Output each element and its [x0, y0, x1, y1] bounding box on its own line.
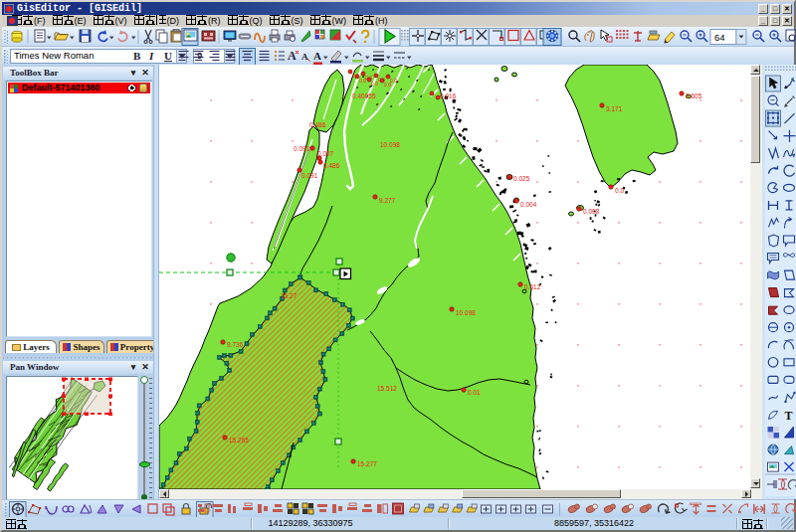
svg-text:B: B	[133, 50, 141, 62]
svg-text:0.004: 0.004	[520, 201, 537, 208]
svg-text:0.40055: 0.40055	[352, 92, 376, 99]
svg-text:A: A	[301, 52, 308, 62]
svg-text:0.091: 0.091	[294, 145, 310, 152]
svg-text:0.486: 0.486	[323, 162, 340, 169]
svg-text:0.008: 0.008	[583, 208, 600, 215]
svg-text:I: I	[148, 50, 154, 62]
svg-text:0.007: 0.007	[317, 150, 334, 157]
svg-text:0.012: 0.012	[524, 283, 541, 290]
svg-text:0.486: 0.486	[309, 121, 326, 128]
svg-text:0.0: 0.0	[390, 78, 397, 84]
svg-text:A: A	[288, 49, 297, 63]
svg-text:0.605: 0.605	[686, 92, 702, 99]
svg-text:15.512: 15.512	[377, 385, 397, 392]
svg-text:15.265: 15.265	[229, 437, 249, 443]
svg-text:T: T	[785, 409, 793, 423]
svg-text:0.0: 0.0	[615, 187, 624, 194]
svg-text:0.025: 0.025	[513, 175, 530, 182]
svg-text:0.016: 0.016	[440, 92, 457, 99]
svg-text:15.277: 15.277	[357, 460, 377, 467]
svg-text:A: A	[313, 50, 321, 62]
svg-text:3.171: 3.171	[606, 105, 623, 112]
svg-text:0.01: 0.01	[468, 389, 481, 396]
svg-text:9.277: 9.277	[379, 197, 396, 204]
svg-text:10.098: 10.098	[380, 141, 400, 148]
svg-text:15.27: 15.27	[281, 292, 298, 299]
svg-text:9.736: 9.736	[227, 341, 244, 348]
svg-text:10.098: 10.098	[456, 309, 476, 316]
svg-text:U: U	[164, 50, 172, 62]
svg-text:64: 64	[714, 32, 725, 43]
svg-text:0.091: 0.091	[301, 172, 318, 179]
